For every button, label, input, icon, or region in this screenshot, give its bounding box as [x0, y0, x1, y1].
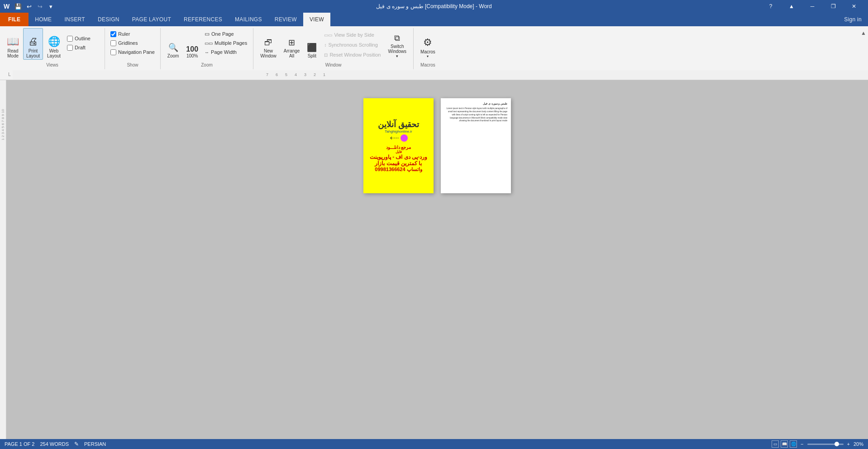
- tab-mailings[interactable]: MAILINGS: [229, 13, 268, 26]
- ad-icon-group: [401, 134, 408, 143]
- proofing-icon: ✎: [74, 441, 79, 447]
- zoom100-icon: 100: [186, 45, 198, 53]
- web-layout-icon: 🌐: [48, 36, 60, 48]
- help-button[interactable]: ?: [760, 0, 781, 13]
- word-count: 254 WORDS: [40, 441, 69, 447]
- web-layout-view-btn[interactable]: 🌐: [790, 440, 797, 448]
- switch-windows-arrow: ▾: [396, 54, 398, 58]
- zoom-level: 20%: [854, 441, 863, 447]
- ad-phone: واتساپ 09981366624: [375, 167, 422, 172]
- one-page-icon: ▭: [205, 31, 210, 37]
- qat-undo-button[interactable]: ↩: [24, 1, 34, 11]
- ad-sub: فایل: [396, 150, 402, 154]
- macros-button[interactable]: ⚙ Macros ▾: [417, 28, 439, 60]
- tab-references[interactable]: REFERENCES: [177, 13, 229, 26]
- view-side-by-side-button[interactable]: ▭▭ View Side by Side: [321, 30, 384, 40]
- outline-button[interactable]: Outline: [65, 34, 101, 43]
- arrange-all-button[interactable]: ⊞ Arrange All: [281, 28, 303, 60]
- qat-save-button[interactable]: 💾: [13, 1, 23, 11]
- print-layout-view-btn[interactable]: ▭: [772, 440, 779, 448]
- gridlines-checkbox[interactable]: [110, 40, 116, 46]
- zoom-out-icon[interactable]: −: [801, 441, 803, 447]
- qat-customize-button[interactable]: ▾: [46, 1, 56, 11]
- language-indicator: PERSIAN: [84, 441, 106, 447]
- ad-content: تحقیق آنلاین Tahghighonline.ir ⬸ مرجع دا…: [363, 98, 434, 193]
- zoom-in-icon[interactable]: +: [847, 441, 850, 447]
- ruler-tick-3: 3: [304, 72, 306, 77]
- ribbon-group-show: Ruler Gridlines Navigation Pane Show: [105, 28, 161, 69]
- document-area[interactable]: تحقیق آنلاین Tahghighonline.ir ⬸ مرجع دا…: [6, 80, 868, 441]
- read-mode-button[interactable]: 📖 Read Mode: [4, 28, 22, 60]
- zoom-thumb: [835, 442, 839, 446]
- status-bar: PAGE 1 OF 2 254 WORDS ✎ PERSIAN ▭ 📖 🌐 − …: [0, 439, 868, 449]
- outline-checkbox[interactable]: [67, 36, 73, 42]
- tab-file[interactable]: FILE: [0, 13, 29, 26]
- collapse-ribbon-button[interactable]: ▲: [859, 28, 868, 69]
- ruler-area: L 7 6 5 4 3 2 1: [0, 69, 868, 80]
- zoom100-button[interactable]: 100 100%: [183, 28, 201, 60]
- web-layout-button[interactable]: 🌐 Web Layout: [44, 28, 64, 60]
- status-left: PAGE 1 OF 2 254 WORDS ✎ PERSIAN: [5, 441, 106, 447]
- tab-design[interactable]: DESIGN: [91, 13, 126, 26]
- zoom-buttons: 🔍 Zoom 100 100% ▭ One Page ▭▭ Multiple P…: [164, 28, 249, 62]
- ruler-corner: L: [6, 72, 13, 77]
- navigation-pane-checkbox-item[interactable]: Navigation Pane: [109, 48, 157, 57]
- quick-access-toolbar: 💾 ↩ ↪ ▾: [13, 1, 56, 11]
- read-mode-view-btn[interactable]: 📖: [781, 440, 788, 448]
- zoom-button[interactable]: 🔍 Zoom: [164, 28, 182, 60]
- draft-button[interactable]: Draft: [65, 43, 101, 52]
- split-icon: ⬛: [307, 43, 317, 53]
- ad-arrow-icon: ⬸: [390, 134, 399, 144]
- ruler-checkbox-item[interactable]: Ruler: [109, 29, 157, 38]
- ad-icon-circle: [401, 134, 408, 142]
- qat-redo-button[interactable]: ↪: [35, 1, 45, 11]
- window-title: طبس و سوره ی فیل [Compatibility Mode] - …: [0, 3, 868, 10]
- ruler-checkbox[interactable]: [110, 31, 116, 37]
- vertical-ruler: 1 2 3 4 5 6 7 8 9 10: [0, 80, 6, 441]
- tab-home[interactable]: HOME: [29, 13, 58, 26]
- reset-window-position-button[interactable]: ⊡ Reset Window Position: [321, 50, 384, 60]
- navigation-pane-checkbox[interactable]: [110, 49, 116, 55]
- ribbon-group-views: 📖 Read Mode 🖨 Print Layout 🌐 Web Layout …: [0, 28, 105, 69]
- ruler-tick-7: 7: [266, 72, 268, 77]
- arrange-all-icon: ⊞: [288, 38, 295, 48]
- ribbon-tabs: FILE HOME INSERT DESIGN PAGE LAYOUT REFE…: [0, 13, 868, 26]
- new-window-button[interactable]: 🗗 New Window: [257, 28, 280, 60]
- page-width-button[interactable]: ↔ Page Width: [202, 48, 249, 57]
- ribbon-group-window: 🗗 New Window ⊞ Arrange All ⬛ Split ▭▭ Vi…: [253, 28, 414, 69]
- show-buttons: Ruler Gridlines Navigation Pane: [109, 28, 157, 62]
- gridlines-checkbox-item[interactable]: Gridlines: [109, 38, 157, 48]
- synchronous-scrolling-button[interactable]: ↕ Synchronous Scrolling: [321, 40, 384, 50]
- multiple-pages-button[interactable]: ▭▭ Multiple Pages: [202, 38, 249, 48]
- ribbon-display-button[interactable]: ▲: [781, 0, 802, 13]
- tab-insert[interactable]: INSERT: [58, 13, 91, 26]
- draft-checkbox[interactable]: [67, 45, 73, 51]
- views-buttons: 📖 Read Mode 🖨 Print Layout 🌐 Web Layout …: [4, 28, 101, 62]
- tab-review[interactable]: REVIEW: [268, 13, 303, 26]
- zoom-slider[interactable]: [807, 444, 844, 445]
- ribbon-content: 📖 Read Mode 🖨 Print Layout 🌐 Web Layout …: [0, 26, 868, 69]
- view-buttons: ▭ 📖 🌐: [772, 440, 797, 448]
- tab-pagelayout[interactable]: PAGE LAYOUT: [126, 13, 177, 26]
- page-header: طبس و سوره ی فیل: [444, 102, 507, 105]
- split-button[interactable]: ⬛ Split: [304, 28, 320, 60]
- page-text: Lorem ipsum text in Persian style layout…: [444, 107, 507, 123]
- ruler-numbers: 7 6 5 4 3 2 1: [13, 72, 326, 77]
- print-layout-button[interactable]: 🖨 Print Layout: [23, 28, 43, 60]
- ad-tagline: مرجع دانلـــود: [386, 145, 411, 150]
- one-page-button[interactable]: ▭ One Page: [202, 29, 249, 38]
- close-button[interactable]: ✕: [844, 0, 864, 13]
- reset-window-icon: ⊡: [324, 53, 328, 57]
- multiple-pages-icon: ▭▭: [205, 41, 213, 46]
- page-info: PAGE 1 OF 2: [5, 441, 34, 447]
- views-label: Views: [4, 62, 101, 69]
- minimize-button[interactable]: ─: [802, 0, 823, 13]
- tab-signin[interactable]: Sign in: [838, 13, 868, 26]
- zoom-col: ▭ One Page ▭▭ Multiple Pages ↔ Page Widt…: [202, 28, 249, 60]
- page-width-icon: ↔: [205, 50, 209, 55]
- tab-view[interactable]: VIEW: [303, 13, 330, 26]
- restore-button[interactable]: ❐: [823, 0, 844, 13]
- ruler-tick-5: 5: [285, 72, 287, 77]
- switch-windows-button[interactable]: ⧉ Switch Windows ▾: [385, 28, 410, 60]
- view-side-by-side-icon: ▭▭: [324, 33, 332, 38]
